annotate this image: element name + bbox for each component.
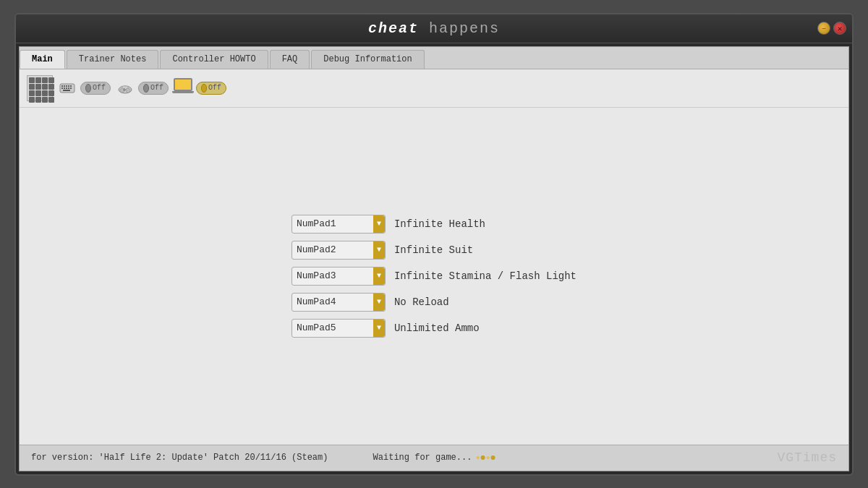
- toggle-knob-2: [143, 84, 149, 93]
- dot-3: [486, 456, 489, 459]
- window-controls: – ✕: [817, 22, 846, 35]
- svg-rect-10: [70, 87, 72, 89]
- minimize-button[interactable]: –: [817, 22, 830, 35]
- tab-controller-howto[interactable]: Controller HOWTO: [160, 50, 268, 69]
- cheat-label-1: Infinite Suit: [394, 244, 553, 256]
- tab-main[interactable]: Main: [20, 50, 65, 69]
- controller-toggle[interactable]: Off: [138, 82, 169, 95]
- cheat-row-4: NumPad5 ▼ Unlimited Ammo: [292, 319, 576, 338]
- keyboard-icon: [57, 78, 77, 98]
- tabs-bar: Main Trainer Notes Controller HOWTO FAQ …: [20, 47, 848, 69]
- cheat-row-2: NumPad3 ▼ Infinite Stamina / Flash Light: [292, 267, 576, 286]
- key-select-value-0: NumPad1: [297, 218, 336, 229]
- svg-rect-17: [123, 89, 126, 90]
- dot-4: [490, 455, 495, 460]
- waiting-label: Waiting for game...: [373, 453, 472, 463]
- key-select-0[interactable]: NumPad1 ▼: [292, 215, 386, 234]
- app-title: cheat happens: [368, 20, 500, 37]
- toggle-knob: [85, 84, 91, 93]
- svg-rect-8: [66, 87, 67, 89]
- cheat-label-4: Unlimited Ammo: [394, 322, 553, 334]
- laptop-toggle[interactable]: Off: [196, 82, 226, 95]
- cheats-list: NumPad1 ▼ Infinite Health NumPad2 ▼ Infi…: [292, 215, 576, 338]
- dot-2: [480, 455, 485, 460]
- dropdown-arrow-3[interactable]: ▼: [373, 294, 385, 311]
- dot-1: [476, 456, 479, 459]
- laptop-toggle-label: Off: [208, 84, 221, 92]
- dropdown-arrow-0[interactable]: ▼: [373, 215, 385, 233]
- svg-point-15: [126, 88, 130, 93]
- cheat-row-3: NumPad4 ▼ No Reload: [292, 293, 576, 312]
- keyboard-toggle[interactable]: Off: [80, 82, 111, 95]
- svg-rect-1: [61, 85, 63, 87]
- cheat-label-2: Infinite Stamina / Flash Light: [394, 270, 576, 282]
- tab-faq[interactable]: FAQ: [270, 50, 310, 69]
- svg-rect-2: [64, 85, 65, 87]
- keyboard-toggle-label: Off: [93, 84, 106, 92]
- close-button[interactable]: ✕: [833, 22, 846, 35]
- cheats-area: NumPad1 ▼ Infinite Health NumPad2 ▼ Infi…: [20, 108, 848, 445]
- dropdown-arrow-1[interactable]: ▼: [373, 241, 385, 259]
- dropdown-arrow-2[interactable]: ▼: [373, 267, 385, 285]
- cheat-label-3: No Reload: [394, 296, 553, 308]
- svg-rect-7: [64, 87, 65, 89]
- controller-icon: [115, 78, 135, 98]
- dropdown-arrow-4[interactable]: ▼: [373, 320, 385, 337]
- waiting-status: Waiting for game...: [373, 453, 495, 463]
- svg-rect-3: [66, 85, 67, 87]
- svg-rect-9: [68, 87, 69, 89]
- svg-rect-4: [68, 85, 69, 87]
- laptop-toggle-group: Off: [173, 78, 226, 98]
- main-content: Main Trainer Notes Controller HOWTO FAQ …: [19, 46, 849, 471]
- cheat-row-1: NumPad2 ▼ Infinite Suit: [292, 241, 576, 260]
- key-select-2[interactable]: NumPad3 ▼: [292, 267, 386, 286]
- toggle-knob-3: [201, 84, 207, 93]
- key-select-3[interactable]: NumPad4 ▼: [292, 293, 386, 312]
- grid-icon: [27, 75, 53, 101]
- tab-debug-information[interactable]: Debug Information: [311, 50, 424, 69]
- tab-trainer-notes[interactable]: Trainer Notes: [67, 50, 159, 69]
- controller-toggle-group: Off: [115, 78, 169, 98]
- svg-rect-11: [63, 90, 70, 91]
- key-select-1[interactable]: NumPad2 ▼: [292, 241, 386, 260]
- svg-rect-5: [70, 85, 72, 87]
- cheat-label-0: Infinite Health: [394, 218, 553, 230]
- toolbar: Off Off: [20, 69, 848, 108]
- spinner-dots: [476, 455, 495, 460]
- key-select-value-2: NumPad3: [297, 270, 336, 281]
- status-bar: for version: 'Half Life 2: Update' Patch…: [20, 445, 848, 471]
- controller-toggle-label: Off: [150, 84, 163, 92]
- cheat-row-0: NumPad1 ▼ Infinite Health: [292, 215, 576, 234]
- title-bar: cheat happens – ✕: [16, 14, 852, 43]
- key-select-value-1: NumPad2: [297, 244, 336, 255]
- keyboard-toggle-group: Off: [57, 78, 111, 98]
- key-select-value-4: NumPad5: [297, 322, 336, 333]
- svg-rect-6: [61, 87, 63, 89]
- laptop-icon: [173, 78, 193, 98]
- key-select-4[interactable]: NumPad5 ▼: [292, 319, 386, 338]
- main-window: cheat happens – ✕ Main Trainer Notes Con…: [14, 13, 854, 476]
- key-select-value-3: NumPad4: [297, 296, 336, 307]
- title-cheat: cheat: [368, 20, 419, 37]
- title-happens: happens: [419, 20, 500, 37]
- vgtimes-logo: VGTimes: [777, 450, 837, 465]
